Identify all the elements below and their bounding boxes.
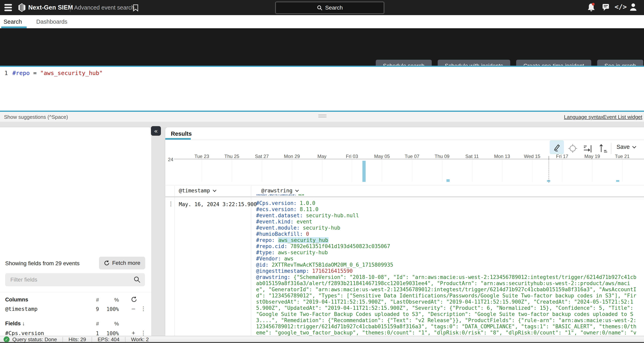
x-axis-tick-label: Sat 27: [247, 154, 277, 159]
annotate-pencil-button[interactable]: [550, 140, 564, 154]
event-field-line[interactable]: #type: aws-security-hub: [256, 250, 639, 256]
crosshair-icon[interactable]: [568, 143, 578, 154]
field-value: aws_security_hub: [278, 237, 328, 243]
suggestions-hint[interactable]: Show suggestions (^Space): [4, 114, 68, 120]
results-header: Results: [165, 127, 644, 140]
editor-resize-handle[interactable]: [318, 115, 326, 119]
global-search-button[interactable]: Search: [276, 2, 384, 14]
grid-line: [592, 159, 592, 182]
x-axis-tick-label: Thu 09: [427, 154, 457, 159]
event-field-line[interactable]: @ingesttimestamp: 1716216415590: [256, 268, 639, 274]
api-code-icon[interactable]: </>: [614, 3, 627, 11]
field-key: #event.kind:: [256, 219, 294, 225]
sort-ascending-icon[interactable]: [598, 143, 608, 153]
event-field-line[interactable]: #repo.cid: 7892e61351f041d193d450823c035…: [256, 243, 639, 250]
field-value: event: [297, 219, 312, 225]
event-field-line[interactable]: #event.kind: event: [256, 219, 639, 225]
x-axis-tick-label: Wed 15: [517, 154, 547, 159]
top-bar: Next-Gen SIEM Advanced event search Sear…: [0, 0, 644, 15]
sort-desc-icon[interactable]: ↓: [22, 321, 25, 327]
field-key: #event.dataset:: [256, 213, 303, 218]
histogram-bar[interactable]: [362, 161, 366, 182]
field-key: #event.module:: [256, 225, 300, 231]
event-list-widget-link[interactable]: Event List widget: [603, 114, 642, 120]
jump-to-end-icon[interactable]: [583, 144, 593, 153]
field-value: aws-security-hub: [278, 250, 328, 256]
tab-search[interactable]: Search: [4, 18, 22, 25]
event-field-line[interactable]: #event.dataset: security-hub.null: [256, 213, 639, 219]
fetch-more-button[interactable]: Fetch more: [99, 257, 145, 269]
fields-summary: Showing fields from 29 events: [5, 260, 80, 267]
histogram-bar[interactable]: [616, 180, 619, 182]
hamburger-menu-icon[interactable]: [4, 4, 12, 11]
search-icon: [317, 5, 322, 10]
crowdstrike-logo: [18, 3, 26, 13]
event-field-line[interactable]: #repo: aws_security_hub: [256, 237, 639, 243]
x-axis-tick-label: Tue 07: [397, 154, 427, 159]
field-key: @rawstring:: [256, 274, 290, 280]
x-axis-tick-label: Mon 13: [487, 154, 517, 159]
field-key: #ecs.version:: [256, 206, 297, 212]
chevron-down-icon: [632, 144, 636, 148]
event-timestamp[interactable]: May. 16, 2024 3:22:15.900: [179, 201, 257, 207]
active-results-tab-indicator: [165, 138, 191, 140]
product-title: Next-Gen SIEM: [28, 4, 73, 11]
event-field-line[interactable]: @id: 2XTTRevTmwAcKT5B1daOM20M_0_6_171580…: [256, 262, 639, 268]
event-field-line[interactable]: @rawstring: {"SchemaVersion": "2018-10-0…: [256, 274, 639, 336]
event-field-line[interactable]: #humioBackfill: 0: [256, 231, 639, 237]
refresh-columns-icon[interactable]: [131, 296, 138, 304]
status-items: ✓Query status: DoneHits: 29EPS: 404Work:…: [4, 336, 149, 343]
panel-divider: [0, 292, 151, 292]
field-menu-icon[interactable]: ⋮: [140, 330, 147, 336]
query-code[interactable]: #repo = "aws_security_hub": [12, 70, 103, 76]
editor-footer: Show suggestions (^Space) Language synta…: [0, 112, 644, 122]
event-detail[interactable]: #Cps.version: 1.0.0#ecs.version: 8.11.0#…: [256, 200, 639, 336]
grid-line: [322, 159, 322, 182]
column-header-rawstring[interactable]: @rawstring: [261, 188, 298, 194]
event-menu-icon[interactable]: ⋮: [168, 201, 174, 207]
remove-column-icon[interactable]: —: [130, 305, 137, 312]
grid-line: [232, 159, 232, 182]
add-field-icon[interactable]: +: [130, 330, 137, 336]
field-menu-icon[interactable]: ⋮: [140, 305, 147, 312]
app-window: Next-Gen SIEM Advanced event search Sear…: [0, 0, 644, 343]
support-chat-icon[interactable]: [602, 3, 610, 13]
grid-line: [412, 159, 412, 182]
query-editor[interactable]: 1 #repo = "aws_security_hub": [0, 66, 644, 112]
field-row[interactable]: @timestamp9100%—⋮: [0, 305, 151, 313]
field-key: #Cps.version:: [256, 200, 297, 206]
y-axis-max-label: 24: [165, 157, 173, 162]
notifications-bell-icon[interactable]: [587, 2, 596, 13]
status-done-check-icon: ✓: [4, 337, 10, 343]
field-value: security-hub.null: [306, 213, 359, 218]
event-field-line[interactable]: #Vendor: aws: [256, 256, 639, 262]
histogram-bar[interactable]: [446, 179, 450, 182]
tab-dashboards[interactable]: Dashboards: [36, 18, 67, 25]
field-value: 0: [306, 231, 309, 237]
filter-fields-input[interactable]: [10, 275, 130, 285]
collapse-panel-button[interactable]: «: [151, 126, 161, 136]
event-field-line[interactable]: #event.module: security-hub: [256, 225, 639, 231]
x-axis-tick-label: Fri 17: [547, 154, 577, 159]
field-value: 1.0.0: [300, 200, 315, 206]
field-key: #humioBackfill:: [256, 231, 303, 237]
status-divider: [62, 337, 63, 342]
x-axis-tick-label: Tue 21: [607, 154, 637, 159]
bookmark-icon[interactable]: [132, 4, 138, 12]
user-profile-icon[interactable]: [629, 2, 638, 13]
language-syntax-link[interactable]: Language syntax: [564, 114, 604, 120]
grid-line: [352, 159, 352, 182]
tab-results[interactable]: Results: [171, 130, 192, 137]
active-tab-indicator: [1, 26, 27, 28]
window-bottom-edge: [0, 342, 644, 343]
save-dropdown[interactable]: Save: [616, 144, 636, 150]
field-key: #Vendor:: [256, 256, 281, 262]
status-divider: [92, 337, 92, 342]
columns-title: Columns: [5, 297, 28, 303]
current-time-marker: [548, 159, 549, 183]
event-field-line[interactable]: #ecs.version: 8.11.0: [256, 206, 639, 213]
field-value: security-hub: [303, 225, 340, 231]
clipped-event-row[interactable]: vendor.workflowState: NEW: [256, 194, 634, 199]
event-field-line[interactable]: #Cps.version: 1.0.0: [256, 200, 639, 206]
column-header-timestamp[interactable]: @timestamp: [179, 188, 216, 194]
